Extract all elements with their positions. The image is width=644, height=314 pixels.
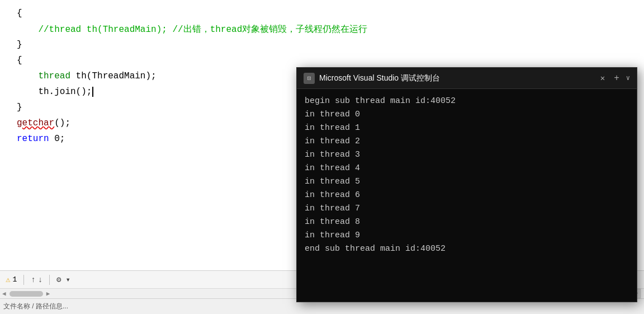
editor-area: { //thread th(ThreadMain); //出错，thread对象… xyxy=(0,0,644,314)
code-text: //thread th(ThreadMain); //出错，thread对象被销… xyxy=(17,24,367,35)
warning-indicator: ⚠ 1 xyxy=(6,275,17,284)
terminal-window: ⊡ Microsoft Visual Studio 调试控制台 ✕ + ∨ be… xyxy=(296,67,637,302)
terminal-chevron-button[interactable]: ∨ xyxy=(626,74,630,82)
code-container: { //thread th(ThreadMain); //出错，thread对象… xyxy=(0,0,644,270)
arrow-up-button[interactable]: ↑ xyxy=(31,275,35,284)
code-line-1: { xyxy=(0,6,644,21)
bottom-tab-label: 文件名称 / 路径信息... xyxy=(3,302,68,311)
terminal-line-3: in thread 2 xyxy=(305,135,629,148)
code-text: 0; xyxy=(49,134,65,144)
terminal-line-10: in thread 9 xyxy=(305,229,629,242)
gear-icon[interactable]: ⚙ xyxy=(56,275,61,284)
terminal-line-5: in thread 4 xyxy=(305,162,629,175)
terminal-line-0: begin sub thread main id:40052 xyxy=(305,95,629,108)
dropdown-arrow[interactable]: ▾ xyxy=(66,275,70,284)
terminal-line-1: in thread 0 xyxy=(305,108,629,121)
terminal-line-2: in thread 1 xyxy=(305,121,629,135)
scroll-left-arrow[interactable]: ◀ xyxy=(2,290,6,297)
terminal-app-icon: ⊡ xyxy=(304,73,315,84)
status-divider xyxy=(23,275,24,285)
terminal-line-9: in thread 8 xyxy=(305,215,629,229)
terminal-title: Microsoft Visual Studio 调试控制台 xyxy=(319,73,596,83)
code-text: th.join(); xyxy=(17,87,92,97)
terminal-line-4: in thread 3 xyxy=(305,148,629,162)
scroll-thumb[interactable] xyxy=(10,291,43,297)
code-text: (); xyxy=(54,118,70,128)
arrow-down-button[interactable]: ↓ xyxy=(38,275,42,284)
terminal-close-button[interactable]: ✕ xyxy=(600,73,605,83)
code-line-2: //thread th(ThreadMain); //出错，thread对象被销… xyxy=(0,21,644,37)
cursor xyxy=(92,87,93,97)
status-divider-2 xyxy=(49,275,50,285)
warning-count: 1 xyxy=(12,275,17,284)
terminal-line-11: end sub thread main id:40052 xyxy=(305,242,629,256)
code-text: { xyxy=(17,55,22,65)
warning-icon: ⚠ xyxy=(6,275,10,284)
code-line-4: { xyxy=(0,53,644,68)
scroll-right-arrow[interactable]: ▶ xyxy=(46,290,50,297)
code-text: } xyxy=(17,102,22,113)
code-text: { xyxy=(17,8,22,18)
terminal-line-6: in thread 5 xyxy=(305,175,629,189)
terminal-line-7: in thread 6 xyxy=(305,189,629,202)
code-getchar: getchar xyxy=(17,118,54,128)
code-keyword-return: return xyxy=(17,134,49,144)
terminal-body: begin sub thread main id:40052 in thread… xyxy=(297,89,637,302)
code-keyword-thread: thread xyxy=(17,71,70,81)
terminal-icon-symbol: ⊡ xyxy=(307,74,311,82)
code-text: } xyxy=(17,40,22,50)
code-text: th(ThreadMain); xyxy=(70,71,157,81)
terminal-titlebar: ⊡ Microsoft Visual Studio 调试控制台 ✕ + ∨ xyxy=(297,68,637,89)
code-line-3: } xyxy=(0,37,644,53)
terminal-line-8: in thread 7 xyxy=(305,202,629,215)
terminal-add-button[interactable]: + xyxy=(614,73,619,83)
navigation-arrows: ↑ ↓ xyxy=(31,275,42,284)
